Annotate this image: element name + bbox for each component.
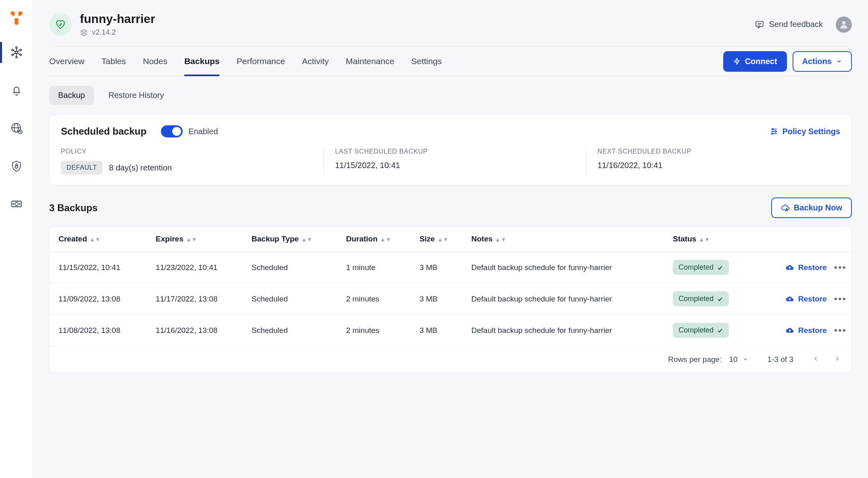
col-expires[interactable]: Expires▲▼	[151, 227, 247, 252]
nav-universe-icon[interactable]	[0, 42, 33, 63]
last-backup-heading: LAST SCHEDULED BACKUP	[335, 148, 578, 155]
backups-count-title: 3 Backups	[49, 202, 98, 214]
nav-globe-icon[interactable]	[0, 118, 33, 139]
cell-notes: Default backup schedule for funny-harrie…	[467, 252, 668, 283]
subtab-restore-history[interactable]: Restore History	[100, 86, 173, 105]
restore-button[interactable]: Restore	[785, 295, 827, 303]
cell-size: 3 MB	[415, 252, 466, 283]
last-backup-value: 11/15/2022, 10:41	[335, 161, 578, 170]
tab-performance[interactable]: Performance	[236, 47, 285, 76]
svg-line-9	[13, 50, 15, 52]
row-menu-button[interactable]: •••	[834, 293, 847, 305]
cell-notes: Default backup schedule for funny-harrie…	[467, 283, 668, 315]
nav-security-icon[interactable]	[0, 156, 33, 177]
backups-table: Created▲▼ Expires▲▼ Backup Type▲▼ Durati…	[50, 227, 851, 346]
tab-overview[interactable]: Overview	[49, 47, 85, 76]
pagination-range: 1-3 of 3	[768, 355, 793, 364]
version-row: v2.14.2	[80, 28, 155, 37]
row-menu-button[interactable]: •••	[834, 325, 847, 336]
cell-created: 11/08/2022, 13:08	[50, 315, 151, 346]
col-size[interactable]: Size▲▼	[415, 227, 466, 252]
backup-now-button[interactable]: Backup Now	[771, 197, 852, 218]
tab-settings[interactable]: Settings	[411, 47, 442, 76]
schedule-card: Scheduled backup Enabled Policy Settings	[49, 114, 852, 185]
stack-icon	[80, 29, 88, 37]
svg-point-19	[15, 202, 18, 206]
rows-per-page-select[interactable]: 10	[729, 355, 748, 364]
next-backup-heading: NEXT SCHEDULED BACKUP	[597, 148, 840, 155]
tab-nodes[interactable]: Nodes	[143, 47, 167, 76]
sort-icon: ▲▼	[495, 236, 506, 243]
cell-created: 11/09/2022, 13:08	[50, 283, 151, 315]
brand-logo	[9, 10, 24, 25]
sort-icon: ▲▼	[437, 236, 449, 243]
status-badge: Completed	[673, 323, 729, 338]
version-text: v2.14.2	[92, 28, 116, 37]
chevron-right-icon	[834, 355, 840, 362]
prev-page-button[interactable]	[813, 355, 819, 364]
svg-point-31	[771, 133, 773, 135]
rows-per-page-value: 10	[729, 355, 737, 364]
page-title: funny-harrier	[80, 12, 155, 26]
chevron-left-icon	[813, 355, 819, 362]
next-backup-value: 11/16/2022, 10:41	[597, 161, 840, 170]
schedule-card-title: Scheduled backup	[61, 126, 146, 137]
retention-text: 8 day(s) retention	[109, 163, 172, 172]
next-page-button[interactable]	[834, 355, 840, 364]
connect-label: Connect	[745, 57, 777, 66]
cell-size: 3 MB	[415, 315, 466, 346]
subtab-backup[interactable]: Backup	[49, 86, 94, 105]
policy-settings-label: Policy Settings	[782, 127, 840, 136]
tab-backups[interactable]: Backups	[184, 47, 220, 76]
sliders-icon	[770, 127, 778, 136]
svg-line-10	[18, 50, 20, 52]
svg-rect-17	[15, 166, 18, 168]
pagination: Rows per page: 10 1-3 of 3	[50, 346, 851, 373]
chat-icon	[755, 20, 764, 29]
row-menu-button[interactable]: •••	[834, 262, 847, 273]
cell-type: Scheduled	[247, 252, 341, 283]
connect-button[interactable]: Connect	[723, 51, 787, 72]
restore-button[interactable]: Restore	[785, 326, 827, 335]
tab-activity[interactable]: Activity	[302, 47, 329, 76]
feedback-label: Send feedback	[769, 20, 823, 29]
tab-tables[interactable]: Tables	[102, 47, 126, 76]
check-icon	[717, 264, 723, 271]
caret-down-icon	[743, 357, 748, 362]
cell-status: Completed	[668, 315, 756, 346]
sort-icon: ▲▼	[186, 236, 197, 243]
actions-label: Actions	[802, 57, 832, 66]
svg-point-20	[13, 204, 14, 204]
cell-created: 11/15/2022, 10:41	[50, 252, 151, 283]
svg-point-27	[772, 129, 774, 130]
col-status[interactable]: Status▲▼	[668, 227, 756, 252]
cell-duration: 2 minutes	[341, 315, 415, 346]
sidebar	[0, 0, 33, 478]
svg-rect-22	[756, 21, 763, 27]
user-avatar[interactable]	[836, 17, 852, 33]
cloud-upload-icon	[785, 263, 794, 272]
tab-maintenance[interactable]: Maintenance	[346, 47, 394, 76]
cell-type: Scheduled	[247, 283, 341, 315]
col-type[interactable]: Backup Type▲▼	[247, 227, 341, 252]
svg-point-0	[15, 51, 18, 54]
col-created[interactable]: Created▲▼	[50, 227, 151, 252]
nav-billing-icon[interactable]	[0, 193, 33, 214]
policy-settings-button[interactable]: Policy Settings	[770, 127, 840, 136]
nav-alerts-icon[interactable]	[0, 80, 33, 101]
sort-icon: ▲▼	[90, 236, 101, 243]
svg-point-6	[16, 56, 17, 58]
svg-point-25	[842, 21, 846, 25]
check-icon	[717, 296, 723, 302]
cell-expires: 11/16/2022, 13:08	[151, 315, 247, 346]
actions-button[interactable]: Actions	[793, 51, 852, 72]
cloud-upload-icon	[785, 326, 794, 335]
col-notes[interactable]: Notes▲▼	[467, 227, 668, 252]
send-feedback-button[interactable]: Send feedback	[755, 20, 823, 29]
col-duration[interactable]: Duration▲▼	[341, 227, 415, 252]
restore-button[interactable]: Restore	[785, 263, 827, 272]
schedule-toggle[interactable]	[161, 125, 183, 137]
svg-line-11	[13, 53, 15, 54]
status-badge: Completed	[673, 291, 729, 306]
policy-heading: POLICY	[61, 148, 315, 155]
